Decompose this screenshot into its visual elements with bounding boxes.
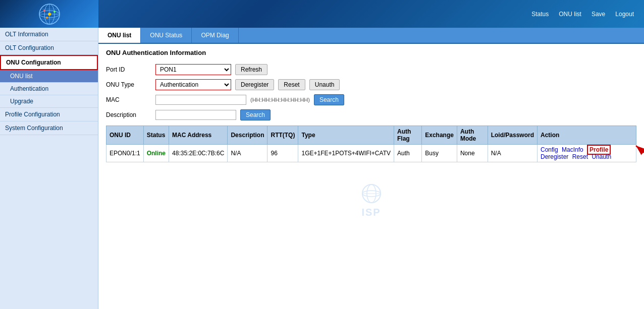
top-nav: Status ONU list Save Logout — [531, 11, 634, 18]
cell-loid: N/A — [488, 145, 537, 162]
cell-status: Online — [143, 145, 169, 162]
reset-button[interactable]: Reset — [278, 79, 305, 90]
action-deregister[interactable]: Deregister — [541, 153, 568, 160]
col-auth-mode: Auth Mode — [457, 126, 488, 145]
sidebar-item-olt-information[interactable]: OLT Information — [0, 28, 98, 41]
cell-onu-id: EPON0/1:1 — [106, 145, 144, 162]
sidebar-item-olt-configuration[interactable]: OLT Configuration — [0, 41, 98, 55]
logo-area — [0, 0, 98, 28]
search-desc-button[interactable]: Search — [240, 109, 271, 120]
svg-point-10 — [46, 17, 48, 19]
col-type: Type — [298, 126, 394, 145]
watermark: ISP — [106, 182, 636, 218]
onu-type-select[interactable]: Authentication All Online Offline — [155, 79, 231, 90]
sidebar-item-system-configuration[interactable]: System Configuration — [0, 121, 98, 135]
cell-exchange: Busy — [422, 145, 457, 162]
port-id-label: Port ID — [106, 66, 151, 73]
col-mac: MAC Address — [169, 126, 228, 145]
port-id-row: Port ID PON1 PON2 PON3 PON4 Refresh — [106, 64, 636, 75]
svg-point-8 — [43, 10, 45, 12]
col-exchange: Exchange — [422, 126, 457, 145]
sidebar-sub-authentication[interactable]: Authentication — [0, 83, 98, 95]
sidebar-item-profile-configuration[interactable]: Profile Configuration — [0, 108, 98, 121]
svg-point-9 — [53, 11, 56, 13]
description-row: Description Search — [106, 109, 636, 120]
content-area: ONU list ONU Status OPM Diag ONU Authent… — [98, 28, 644, 309]
mac-hint: (HH:HH:HH:HH:HH:HH) — [250, 97, 310, 103]
nav-logout[interactable]: Logout — [615, 11, 634, 18]
page-title: ONU Authentication Information — [106, 49, 636, 59]
col-rtt: RTT(TQ) — [267, 126, 298, 145]
unauth-button[interactable]: Unauth — [309, 79, 340, 90]
mac-input[interactable] — [155, 95, 246, 105]
main-layout: OLT Information OLT Configuration ONU Co… — [0, 28, 644, 309]
cell-description: N/A — [228, 145, 267, 162]
action-reset[interactable]: Reset — [572, 153, 588, 160]
page-content: ONU Authentication Information Port ID P… — [98, 44, 644, 223]
cell-auth-mode: None — [457, 145, 488, 162]
table-row: EPON0/1:1 Online 48:35:2E:0C:7B:6C N/A 9… — [106, 145, 636, 162]
action-macinfo[interactable]: MacInfo — [562, 146, 583, 153]
tab-bar: ONU list ONU Status OPM Diag — [98, 28, 644, 44]
svg-point-7 — [48, 13, 51, 16]
tab-onu-status[interactable]: ONU Status — [141, 28, 192, 43]
mac-row: MAC (HH:HH:HH:HH:HH:HH) Search — [106, 94, 636, 105]
table-container: ONU ID Status MAC Address Description RT… — [106, 126, 636, 162]
col-onu-id: ONU ID — [106, 126, 144, 145]
description-input[interactable] — [155, 110, 236, 120]
col-status: Status — [143, 126, 169, 145]
tab-onu-list[interactable]: ONU list — [98, 28, 141, 43]
col-description: Description — [228, 126, 267, 145]
sidebar-item-onu-configuration[interactable]: ONU Configuration — [0, 55, 98, 70]
watermark-globe — [356, 182, 387, 205]
col-auth-flag: Auth Flag — [394, 126, 421, 145]
port-id-select[interactable]: PON1 PON2 PON3 PON4 — [155, 64, 231, 75]
cell-type: 1GE+1FE+1POTS+4WIFI+CATV — [298, 145, 394, 162]
svg-line-12 — [636, 146, 644, 171]
description-label: Description — [106, 111, 151, 118]
action-config[interactable]: Config — [541, 146, 558, 153]
col-loid: Loid/Password — [488, 126, 537, 145]
col-action: Action — [538, 126, 636, 145]
sidebar-sub-onu-list[interactable]: ONU list — [0, 70, 98, 83]
sidebar-sub-upgrade[interactable]: Upgrade — [0, 95, 98, 108]
onu-type-label: ONU Type — [106, 81, 151, 88]
top-header: Status ONU list Save Logout — [0, 0, 644, 28]
cell-auth-flag: Auth — [394, 145, 421, 162]
tab-opm-diag[interactable]: OPM Diag — [192, 28, 238, 43]
refresh-button[interactable]: Refresh — [235, 64, 267, 75]
search-mac-button[interactable]: Search — [314, 94, 344, 105]
mac-label: MAC — [106, 96, 151, 103]
onu-type-row: ONU Type Authentication All Online Offli… — [106, 79, 636, 90]
nav-status[interactable]: Status — [531, 11, 549, 18]
nav-onu-list[interactable]: ONU list — [559, 11, 581, 18]
cell-rtt: 96 — [267, 145, 298, 162]
logo-globe — [32, 2, 67, 27]
cell-actions: Config MacInfo Profile Deregister Reset … — [538, 145, 636, 162]
onu-table: ONU ID Status MAC Address Description RT… — [106, 126, 636, 162]
action-unauth[interactable]: Unauth — [592, 153, 611, 160]
nav-save[interactable]: Save — [592, 11, 605, 18]
deregister-button[interactable]: Deregister — [235, 79, 274, 90]
cell-mac: 48:35:2E:0C:7B:6C — [169, 145, 228, 162]
sidebar: OLT Information OLT Configuration ONU Co… — [0, 28, 98, 309]
